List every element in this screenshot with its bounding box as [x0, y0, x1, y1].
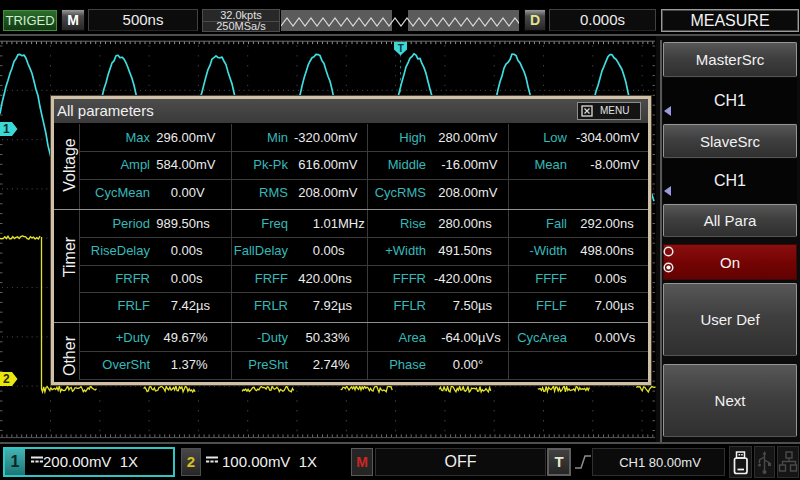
svg-text:T: T	[398, 43, 404, 54]
svg-text:1: 1	[3, 122, 10, 136]
svg-text:2: 2	[3, 372, 10, 386]
